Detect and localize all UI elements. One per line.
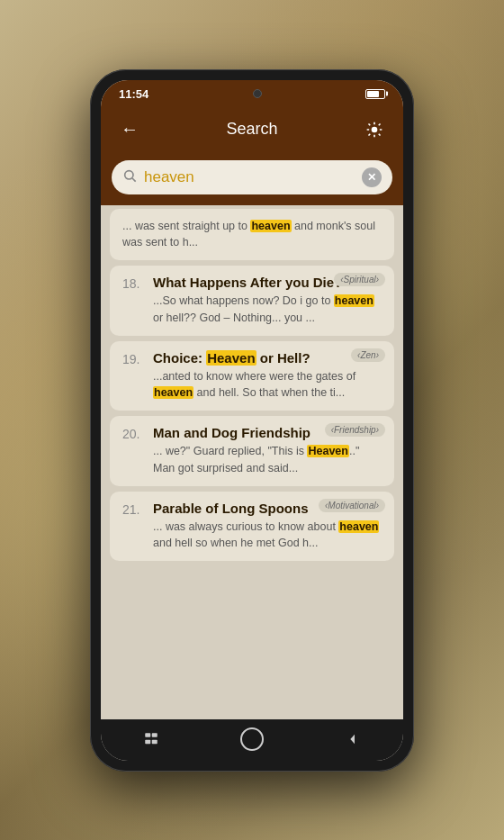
tag-label: ‹Motivational› (319, 499, 385, 512)
svg-line-6 (379, 133, 381, 135)
title-highlight: Heaven (206, 350, 256, 366)
list-item[interactable]: ... was sent straight up to heaven and m… (110, 209, 394, 261)
clear-button[interactable]: ✕ (362, 167, 382, 187)
list-item[interactable]: ‹Motivational› 21. Parable of Long Spoon… (110, 492, 394, 562)
status-bar: 11:54 (101, 80, 403, 106)
svg-marker-15 (350, 734, 355, 744)
highlight: heaven (250, 220, 291, 232)
camera-cutout (253, 89, 262, 98)
highlight: heaven (338, 520, 379, 533)
result-content: Choice: Heaven or Hell? ...anted to know… (153, 350, 382, 402)
tag-label: ‹Friendship› (325, 423, 385, 437)
results-list: ... was sent straight up to heaven and m… (101, 205, 403, 719)
battery-icon (365, 89, 385, 99)
highlight: heaven (334, 294, 374, 307)
battery-fill (367, 91, 379, 97)
result-snippet: ...So what happens now? Do i go to heave… (153, 293, 382, 327)
list-item[interactable]: ‹Zen› 19. Choice: Heaven or Hell? ...ant… (110, 341, 394, 411)
result-number: 19. (122, 350, 142, 366)
svg-rect-12 (152, 733, 158, 737)
svg-line-7 (379, 123, 381, 125)
result-number: 21. (122, 501, 142, 517)
svg-point-0 (372, 126, 378, 132)
svg-rect-11 (145, 733, 150, 737)
result-row: 19. Choice: Heaven or Hell? ...anted to … (122, 350, 382, 402)
svg-line-5 (368, 123, 370, 125)
brightness-button[interactable] (360, 115, 389, 144)
svg-rect-14 (152, 739, 158, 744)
tag-label: ‹Spiritual› (334, 273, 385, 286)
tag-label: ‹Zen› (351, 348, 385, 362)
result-snippet: ... was always curious to know about hea… (153, 519, 382, 553)
result-snippet: ... was sent straight up to heaven and m… (122, 218, 382, 252)
back-button[interactable]: ← (115, 115, 144, 144)
svg-rect-13 (145, 739, 150, 744)
highlight: heaven (153, 386, 194, 399)
svg-point-9 (125, 171, 133, 179)
status-time: 11:54 (119, 87, 148, 101)
svg-line-10 (132, 178, 136, 182)
app-header: ← Search (101, 106, 403, 153)
search-query[interactable]: heaven (144, 168, 355, 186)
recents-button[interactable] (138, 728, 165, 750)
phone-screen: 11:54 ← Search (101, 80, 403, 761)
status-icons (365, 89, 385, 99)
list-item[interactable]: ‹Friendship› 20. Man and Dog Friendship … (110, 416, 394, 486)
result-snippet: ...anted to know where were the gates of… (153, 368, 382, 402)
back-nav-button[interactable] (339, 728, 366, 750)
nav-bar (101, 719, 403, 761)
header-title: Search (226, 120, 277, 139)
result-snippet: ... we?" Guard replied, "This is Heaven.… (153, 443, 382, 477)
home-circle (240, 727, 264, 751)
search-icon (122, 168, 137, 185)
home-button[interactable] (238, 728, 266, 750)
result-number: 18. (122, 275, 142, 291)
svg-line-8 (368, 133, 370, 135)
result-title: Choice: Heaven or Hell? (153, 350, 382, 366)
highlight: Heaven (307, 445, 348, 457)
list-item[interactable]: ‹Spiritual› 18. What Happens After you D… (110, 266, 394, 336)
phone-frame: 11:54 ← Search (90, 69, 414, 772)
search-bar[interactable]: heaven ✕ (112, 160, 392, 194)
result-number: 20. (122, 425, 142, 441)
search-bar-container: heaven ✕ (101, 153, 403, 205)
